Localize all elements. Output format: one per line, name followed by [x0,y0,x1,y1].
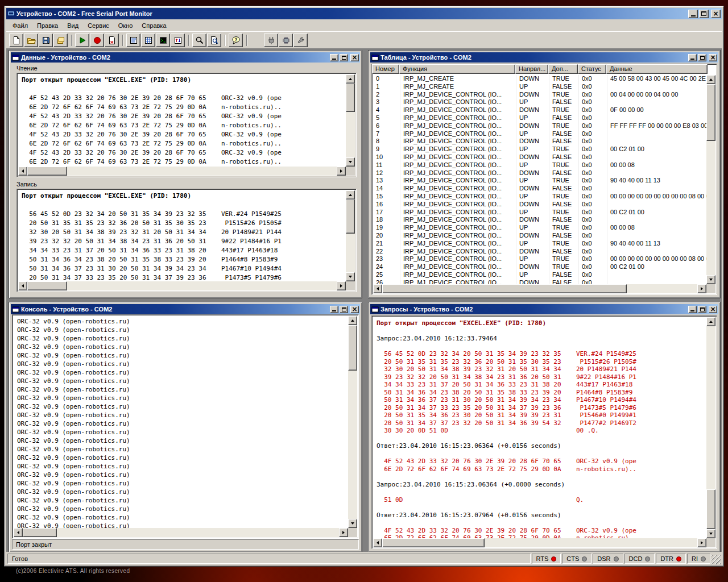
column-header[interactable]: Функция [399,64,515,74]
table-row[interactable]: 19 IRP_MJ_DEVICE_CONTROL (IO... UP TRUE … [373,224,706,232]
scroll-left-button[interactable] [373,538,382,547]
scroll-down-button[interactable] [346,272,355,281]
close-button[interactable] [350,306,359,313]
table-row[interactable]: 13 IRP_MJ_DEVICE_CONTROL (IO... UP TRUE … [373,177,706,185]
table-row[interactable]: 2 IRP_MJ_DEVICE_CONTROL (IO... DOWN TRUE… [373,91,706,99]
stop-monitoring-button[interactable] [90,34,104,47]
view-data-button[interactable] [126,34,140,47]
scroll-thumb[interactable] [27,167,67,176]
minimize-button[interactable] [688,306,697,313]
table-row[interactable]: 26 IRP_MJ_DEVICE_CONTROL (IO... DOWN FAL… [373,279,706,284]
horizontal-scrollbar[interactable] [14,528,348,537]
requests-pane[interactable]: Порт открыт процессом "EXCEL.EXE" (PID: … [371,315,717,549]
table-row[interactable]: 7 IRP_MJ_DEVICE_CONTROL (IO... UP FALSE … [373,130,706,138]
menu-item[interactable]: Вид [63,20,83,31]
save-workspace-button[interactable] [53,34,68,47]
help-button[interactable]: ? [229,34,243,47]
save-button[interactable] [39,34,53,47]
scroll-right-button[interactable] [339,528,348,537]
table-row[interactable]: 10 IRP_MJ_DEVICE_CONTROL (IO... DOWN FAL… [373,153,706,161]
close-button[interactable] [709,54,717,61]
requests-window-titlebar[interactable]: Запросы - Устройство - COM2 [370,304,718,314]
table-row[interactable]: 18 IRP_MJ_DEVICE_CONTROL (IO... DOWN FAL… [373,216,706,224]
scroll-thumb[interactable] [706,489,715,529]
scroll-left-button[interactable] [373,284,382,293]
console-window-titlebar[interactable]: Консоль - Устройство - COM2 [11,304,360,314]
view-requests-button[interactable] [171,34,185,47]
table-row[interactable]: 16 IRP_MJ_DEVICE_CONTROL (IO... DOWN FAL… [373,201,706,209]
view-console-button[interactable] [156,34,170,47]
table-row[interactable]: 24 IRP_MJ_DEVICE_CONTROL (IO... DOWN TRU… [373,263,706,271]
horizontal-scrollbar[interactable] [373,538,706,547]
close-button[interactable] [711,10,721,18]
column-header[interactable]: Напрвл... [515,64,548,74]
table-row[interactable]: 9 IRP_MJ_DEVICE_CONTROL (IO... UP TRUE 0… [373,146,706,153]
vertical-scrollbar[interactable] [706,75,715,284]
vertical-scrollbar[interactable] [346,190,355,281]
open-button[interactable] [24,34,38,47]
scroll-down-button[interactable] [346,157,355,167]
scroll-thumb[interactable] [382,284,627,293]
close-button[interactable] [350,54,359,61]
column-header[interactable]: Номер [372,64,399,74]
scroll-left-button[interactable] [18,167,27,176]
scroll-up-button[interactable] [348,316,357,325]
horizontal-scrollbar[interactable] [373,284,706,293]
vertical-scrollbar[interactable] [348,316,357,528]
find-next-button[interactable] [207,34,221,47]
scroll-up-button[interactable] [706,317,715,326]
scroll-right-button[interactable] [697,538,706,547]
scroll-left-button[interactable] [14,528,23,537]
read-pane[interactable]: Порт открыт процессом "EXCEL.EXE" (PID: … [16,73,357,177]
menu-item[interactable]: Файл [8,20,32,31]
menu-item[interactable]: Сервис [83,20,114,31]
scroll-thumb[interactable] [346,199,355,234]
horizontal-scrollbar[interactable] [18,281,346,290]
column-header[interactable]: Доп... [548,64,578,74]
scroll-up-button[interactable] [346,190,355,199]
minimize-button[interactable] [688,54,697,61]
write-pane[interactable]: Порт открыт процессом "EXCEL.EXE" (PID: … [16,189,357,292]
table-row[interactable]: 17 IRP_MJ_DEVICE_CONTROL (IO... UP TRUE … [373,209,706,217]
table-row[interactable]: 6 IRP_MJ_DEVICE_CONTROL (IO... DOWN TRUE… [373,122,706,130]
maximize-button[interactable] [698,306,706,313]
vertical-scrollbar[interactable] [706,317,715,538]
irp-table[interactable]: НомерФункцияНапрвл...Доп...СтатусДанные … [371,64,717,295]
scroll-right-button[interactable] [337,167,346,176]
main-titlebar[interactable]: Устройство - COM2 - Free Serial Port Mon… [6,8,722,19]
table-row[interactable]: 21 IRP_MJ_DEVICE_CONTROL (IO... UP TRUE … [373,240,706,248]
menu-item[interactable]: Справка [137,20,171,31]
scroll-thumb[interactable] [346,84,355,112]
table-row[interactable]: 4 IRP_MJ_DEVICE_CONTROL (IO... DOWN TRUE… [373,106,706,114]
maximize-button[interactable] [698,54,706,61]
minimize-button[interactable] [330,306,338,313]
table-row[interactable]: 23 IRP_MJ_DEVICE_CONTROL (IO... UP TRUE … [373,255,706,263]
data-window-titlebar[interactable]: Данные - Устройство - COM2 [11,52,360,63]
minimize-button[interactable] [688,10,698,18]
console-pane[interactable]: ORC-32 v0.9 (open-robotics.ru)ORC-32 v0.… [12,314,359,539]
table-row[interactable]: 0 IRP_MJ_CREATE DOWN TRUE 0x0 45 00 58 0… [373,75,706,83]
resize-grip[interactable] [712,555,721,564]
maximize-button[interactable] [340,306,348,313]
horizontal-scrollbar[interactable] [18,167,346,176]
maximize-button[interactable] [699,10,709,18]
table-row[interactable]: 1 IRP_MJ_CREATE UP FALSE 0x0 [373,83,706,91]
scroll-down-button[interactable] [706,275,715,284]
scroll-down-button[interactable] [706,529,715,538]
table-row[interactable]: 12 IRP_MJ_DEVICE_CONTROL (IO... DOWN FAL… [373,169,706,177]
port-plug-button[interactable] [264,34,278,47]
table-row[interactable]: 22 IRP_MJ_DEVICE_CONTROL (IO... DOWN FAL… [373,248,706,256]
table-window-titlebar[interactable]: Таблица - Устройство - COM2 [370,52,718,63]
device-chip-button[interactable] [279,34,293,47]
table-row[interactable]: 3 IRP_MJ_DEVICE_CONTROL (IO... UP FALSE … [373,98,706,106]
scroll-down-button[interactable] [348,519,357,528]
maximize-button[interactable] [340,54,348,61]
scroll-right-button[interactable] [337,281,346,290]
clear-button[interactable] [105,34,119,47]
column-header[interactable]: Данные [606,64,708,74]
table-row[interactable]: 15 IRP_MJ_DEVICE_CONTROL (IO... UP TRUE … [373,193,706,201]
scroll-up-button[interactable] [346,74,355,84]
column-header[interactable]: Статус [578,64,606,74]
menu-item[interactable]: Правка [32,20,63,31]
scroll-thumb[interactable] [23,528,57,537]
